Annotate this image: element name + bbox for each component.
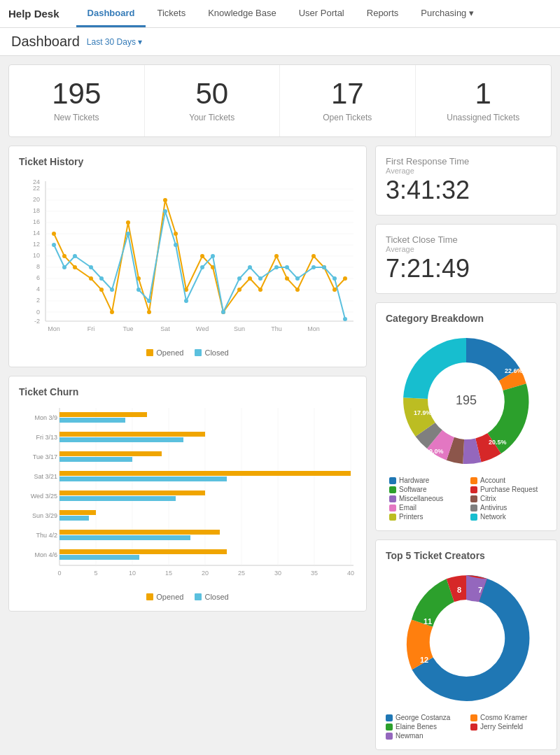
- svg-text:18: 18: [33, 207, 40, 214]
- svg-text:22.6%: 22.6%: [505, 367, 523, 374]
- ticket-history-chart: -2 0 2 4 6 8 10 12: [19, 174, 356, 344]
- svg-text:Thu 4/2: Thu 4/2: [36, 532, 57, 539]
- svg-text:Mon: Mon: [48, 325, 60, 332]
- svg-point-59: [110, 288, 114, 292]
- svg-point-137: [431, 603, 501, 673]
- first-response-card: First Response Time Average 3:41:32: [375, 146, 557, 216]
- ticket-history-title: Ticket History: [19, 156, 356, 167]
- category-breakdown-title: Category Breakdown: [386, 313, 547, 324]
- purchase-label: Purchase Request: [480, 486, 538, 493]
- jerry-label: Jerry Seinfeld: [480, 723, 523, 731]
- svg-point-72: [274, 265, 279, 269]
- nav-tab-user-portal[interactable]: User Portal: [288, 1, 356, 27]
- nav-tab-knowledge-base[interactable]: Knowledge Base: [197, 1, 288, 27]
- svg-text:Mon: Mon: [307, 325, 320, 332]
- legend-opened: Opened: [146, 348, 183, 357]
- churn-closed-color: [195, 593, 202, 600]
- svg-text:Fri: Fri: [88, 325, 95, 332]
- svg-rect-124: [59, 496, 176, 501]
- svg-text:8: 8: [457, 586, 461, 594]
- svg-text:Fri 3/13: Fri 3/13: [36, 434, 57, 441]
- svg-point-66: [200, 265, 204, 269]
- your-tickets-number: 50: [152, 79, 273, 108]
- svg-point-38: [163, 198, 167, 202]
- svg-point-44: [237, 288, 241, 292]
- svg-rect-127: [59, 530, 220, 535]
- svg-text:10: 10: [33, 252, 40, 259]
- svg-text:30: 30: [274, 570, 281, 577]
- date-filter[interactable]: Last 30 Days ▾: [87, 37, 142, 47]
- ticket-churn-chart: Mon 3/9 Fri 3/13 Tue 3/17 Sat 3/21 Wed 3…: [19, 404, 356, 588]
- two-col-layout: Ticket History -2 0 2 4: [8, 146, 552, 750]
- svg-text:0: 0: [57, 570, 61, 577]
- svg-text:20: 20: [33, 196, 40, 203]
- svg-point-62: [147, 299, 151, 303]
- open-tickets-number: 17: [287, 79, 408, 108]
- svg-point-50: [312, 254, 316, 258]
- nav-tab-purchasing[interactable]: Purchasing ▾: [410, 1, 485, 27]
- cosmo-label: Cosmo Kramer: [480, 714, 527, 721]
- churn-closed-label: Closed: [204, 593, 228, 601]
- nav-tab-tickets[interactable]: Tickets: [146, 1, 197, 27]
- svg-rect-129: [59, 549, 227, 554]
- svg-text:-2: -2: [34, 318, 40, 325]
- svg-text:Wed: Wed: [196, 325, 209, 332]
- ticket-history-legend: Opened Closed: [19, 348, 356, 357]
- svg-text:19.0%: 19.0%: [426, 448, 444, 455]
- svg-point-34: [110, 310, 114, 314]
- ticket-churn-title: Ticket Churn: [19, 386, 356, 397]
- legend-closed: Closed: [195, 348, 228, 357]
- svg-text:Thu: Thu: [271, 325, 282, 332]
- svg-point-74: [295, 276, 300, 281]
- svg-text:0: 0: [36, 309, 40, 316]
- svg-point-78: [343, 317, 347, 321]
- svg-rect-118: [59, 437, 183, 442]
- cat-legend-hardware: Hardware: [389, 477, 462, 484]
- network-color: [470, 514, 477, 521]
- svg-point-67: [211, 254, 215, 258]
- first-response-value: 3:41:32: [386, 175, 547, 205]
- svg-point-33: [99, 288, 104, 292]
- network-label: Network: [480, 513, 506, 521]
- stat-your-tickets: 50 Your Tickets: [145, 65, 281, 136]
- svg-text:Sun: Sun: [234, 325, 245, 332]
- svg-text:2: 2: [36, 297, 40, 304]
- cat-legend-email: Email: [389, 504, 462, 511]
- svg-text:40: 40: [347, 570, 354, 577]
- open-tickets-label: Open Tickets: [287, 113, 408, 122]
- svg-text:7: 7: [478, 586, 482, 594]
- category-donut-svg: 195 22.6% 20.5% 17.9% 19.0%: [396, 331, 536, 471]
- svg-text:15: 15: [165, 570, 172, 577]
- svg-point-68: [221, 310, 225, 314]
- churn-legend-opened: Opened: [146, 593, 183, 601]
- ticket-history-svg: -2 0 2 4 6 8 10 12: [19, 174, 356, 342]
- svg-point-77: [332, 276, 337, 281]
- svg-point-41: [200, 254, 204, 258]
- closed-color: [195, 349, 202, 356]
- software-color: [389, 486, 396, 493]
- antivirus-color: [470, 504, 477, 511]
- george-color: [386, 714, 393, 721]
- top-creators-card: Top 5 Ticket Creators: [375, 539, 557, 750]
- svg-point-70: [248, 265, 252, 269]
- citrix-label: Citrix: [480, 495, 496, 502]
- svg-point-65: [184, 299, 188, 303]
- svg-text:4: 4: [36, 285, 40, 292]
- svg-text:12: 12: [420, 656, 428, 664]
- svg-text:5: 5: [94, 570, 97, 577]
- stats-row: 195 New Tickets 50 Your Tickets 17 Open …: [8, 64, 552, 137]
- churn-opened-color: [146, 593, 153, 600]
- svg-point-76: [322, 265, 326, 269]
- svg-point-73: [285, 265, 289, 269]
- your-tickets-label: Your Tickets: [152, 113, 273, 122]
- svg-rect-125: [59, 510, 96, 515]
- purchase-color: [470, 486, 477, 493]
- svg-point-56: [73, 254, 77, 258]
- svg-point-29: [52, 232, 56, 236]
- nav-tab-reports[interactable]: Reports: [356, 1, 410, 27]
- nav-tab-dashboard[interactable]: Dashboard: [76, 1, 146, 27]
- svg-text:20: 20: [202, 570, 209, 577]
- newman-color: [386, 733, 393, 740]
- svg-point-48: [285, 276, 289, 281]
- svg-text:Sun 3/29: Sun 3/29: [32, 512, 57, 519]
